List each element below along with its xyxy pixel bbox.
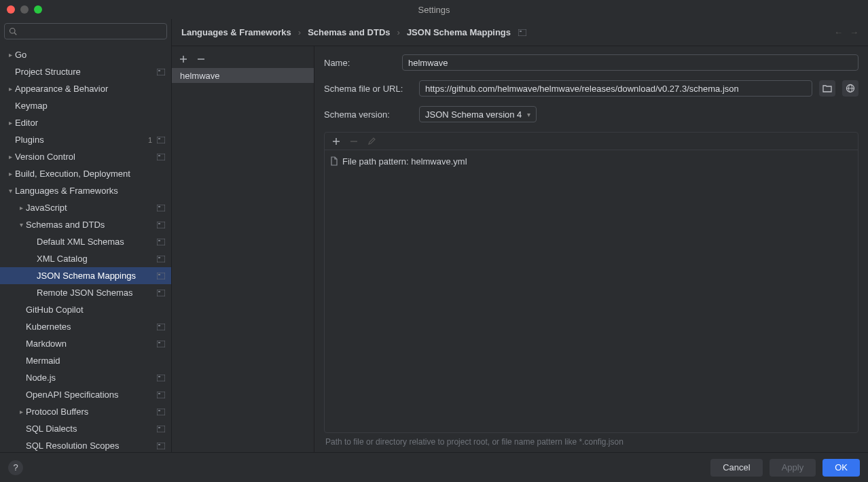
tree-item[interactable]: JSON Schema Mappings <box>0 267 171 284</box>
add-pattern-button[interactable] <box>330 135 342 148</box>
tree-item[interactable]: Go <box>0 46 171 63</box>
tree-item[interactable]: OpenAPI Specifications <box>0 386 171 403</box>
pattern-row[interactable]: File path pattern: helmwave.yml <box>330 154 852 168</box>
tree-item-label: Node.js <box>26 373 156 383</box>
chevron-right-icon[interactable] <box>5 119 15 126</box>
ok-button[interactable]: OK <box>822 459 860 477</box>
tree-item-label: Languages & Frameworks <box>15 186 166 196</box>
browse-url-button[interactable] <box>842 80 858 97</box>
chevron-down-icon[interactable] <box>16 221 26 228</box>
chevron-right-icon: › <box>397 27 400 37</box>
chevron-right-icon[interactable] <box>16 408 26 415</box>
tree-item-label: Project Structure <box>15 67 156 77</box>
tree-item-label: SQL Resolution Scopes <box>26 441 156 451</box>
pattern-text: File path pattern: helmwave.yml <box>342 156 467 167</box>
minimize-window-icon[interactable] <box>20 5 29 14</box>
project-scope-icon <box>156 374 166 382</box>
tree-item[interactable]: GitHub Copilot <box>0 301 171 318</box>
schema-list-item[interactable]: helmwave <box>172 68 314 83</box>
search-input-wrapper[interactable] <box>4 23 167 39</box>
svg-line-1 <box>14 33 16 35</box>
tree-item[interactable]: Version Control <box>0 148 171 165</box>
chevron-right-icon[interactable] <box>16 204 26 211</box>
schema-form: Name: Schema file or URL: Schema version… <box>314 46 868 452</box>
remove-pattern-button[interactable] <box>348 135 360 148</box>
chevron-right-icon[interactable] <box>5 170 15 177</box>
cancel-button[interactable]: Cancel <box>710 459 762 477</box>
tree-item[interactable]: Project Structure <box>0 63 171 80</box>
tree-item-label: JavaScript <box>26 203 156 213</box>
browse-file-button[interactable] <box>819 80 835 97</box>
project-scope-icon <box>156 238 166 246</box>
name-field[interactable] <box>402 54 858 71</box>
chevron-down-icon[interactable] <box>5 187 15 194</box>
schema-version-value: JSON Schema version 4 <box>425 109 522 120</box>
chevron-right-icon[interactable] <box>5 153 15 160</box>
tree-item[interactable]: Plugins1 <box>0 131 171 148</box>
project-scope-icon <box>518 29 527 37</box>
svg-rect-7 <box>158 155 160 156</box>
tree-item[interactable]: Node.js <box>0 369 171 386</box>
project-scope-icon <box>156 391 166 399</box>
tree-item-label: GitHub Copilot <box>26 305 166 315</box>
svg-point-0 <box>10 29 16 34</box>
tree-item[interactable]: JavaScript <box>0 199 171 216</box>
tree-item-label: Protocol Buffers <box>26 407 156 417</box>
tree-item[interactable]: Keymap <box>0 97 171 114</box>
tree-item-label: SQL Dialects <box>26 424 156 434</box>
tree-item[interactable]: Schemas and DTDs <box>0 216 171 233</box>
schema-url-label: Schema file or URL: <box>324 84 412 94</box>
remove-schema-button[interactable] <box>195 53 207 65</box>
tree-item[interactable]: SQL Dialects <box>0 420 171 437</box>
project-scope-icon <box>156 323 166 331</box>
svg-rect-24 <box>157 375 165 381</box>
project-scope-icon <box>156 425 166 433</box>
tree-item[interactable]: XML Catalog <box>0 250 171 267</box>
tree-item-label: Version Control <box>15 152 156 162</box>
window-title: Settings <box>418 5 450 15</box>
tree-badge: 1 <box>148 136 152 144</box>
tree-item[interactable]: Default XML Schemas <box>0 233 171 250</box>
tree-item-label: Schemas and DTDs <box>26 220 156 230</box>
breadcrumb-item[interactable]: Schemas and DTDs <box>308 27 390 37</box>
help-button[interactable]: ? <box>8 460 23 475</box>
apply-button[interactable]: Apply <box>770 459 816 477</box>
tree-item[interactable]: Build, Execution, Deployment <box>0 165 171 182</box>
tree-item[interactable]: Appearance & Behavior <box>0 80 171 97</box>
svg-rect-21 <box>158 325 160 326</box>
tree-item[interactable]: Editor <box>0 114 171 131</box>
tree-item[interactable]: SQL Resolution Scopes <box>0 437 171 452</box>
svg-rect-25 <box>158 376 160 377</box>
tree-item[interactable]: Kubernetes <box>0 318 171 335</box>
maximize-window-icon[interactable] <box>34 5 42 14</box>
schema-version-select[interactable]: JSON Schema version 4 ▾ <box>419 106 537 122</box>
project-scope-icon <box>156 408 166 416</box>
add-schema-button[interactable] <box>177 53 189 65</box>
edit-pattern-button[interactable] <box>365 135 378 148</box>
tree-item[interactable]: Protocol Buffers <box>0 403 171 420</box>
chevron-right-icon[interactable] <box>5 85 15 92</box>
tree-item[interactable]: Remote JSON Schemas <box>0 284 171 301</box>
svg-rect-3 <box>158 70 160 71</box>
schema-list-item-label: helmwave <box>180 71 220 81</box>
titlebar: Settings <box>0 0 868 19</box>
schema-url-field[interactable] <box>419 80 812 97</box>
tree-item[interactable]: Mermaid <box>0 352 171 369</box>
svg-rect-35 <box>520 31 522 32</box>
search-input[interactable] <box>21 27 162 36</box>
project-scope-icon <box>156 272 166 280</box>
tree-item[interactable]: Markdown <box>0 335 171 352</box>
nav-forward-icon[interactable]: → <box>850 27 858 37</box>
chevron-right-icon[interactable] <box>5 51 15 58</box>
svg-rect-18 <box>157 290 165 296</box>
svg-rect-33 <box>158 444 160 445</box>
breadcrumb: Languages & Frameworks › Schemas and DTD… <box>172 19 868 46</box>
nav-back-icon[interactable]: ← <box>834 27 843 37</box>
breadcrumb-item[interactable]: Languages & Frameworks <box>181 27 291 37</box>
chevron-down-icon: ▾ <box>527 111 530 118</box>
tree-item[interactable]: Languages & Frameworks <box>0 182 171 199</box>
project-scope-icon <box>156 255 166 263</box>
close-window-icon[interactable] <box>7 5 15 14</box>
breadcrumb-item[interactable]: JSON Schema Mappings <box>407 27 511 37</box>
project-scope-icon <box>156 340 166 348</box>
